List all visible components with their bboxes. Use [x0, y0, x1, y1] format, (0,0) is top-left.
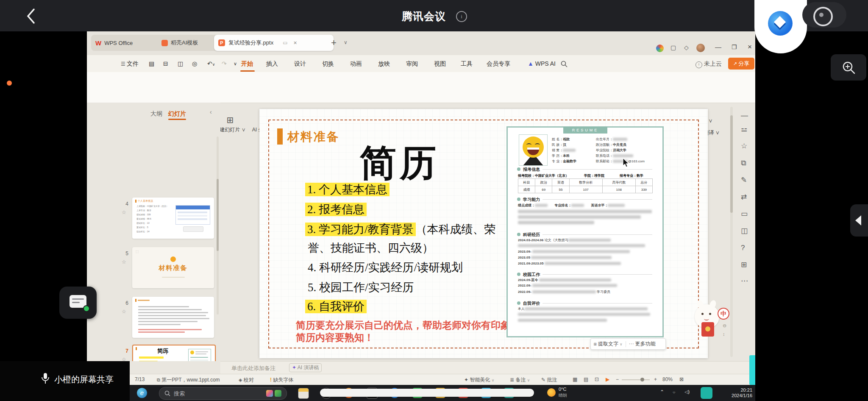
tray-meeting-app-icon[interactable]	[701, 387, 712, 399]
user-avatar[interactable]	[696, 44, 705, 52]
save-icon[interactable]: ▤	[149, 59, 154, 68]
minimize-icon[interactable]: —	[715, 43, 721, 50]
zoom-in-icon[interactable]: +	[654, 376, 657, 382]
canvas-scrollbar[interactable]	[730, 107, 733, 357]
tray-clock[interactable]: 20:21 2024/1/16	[718, 387, 752, 398]
share-button[interactable]: ↗ 分享	[728, 58, 754, 70]
undo-icon[interactable]: ↶∨	[207, 59, 215, 68]
back-icon[interactable]	[25, 8, 37, 25]
strip-edit-icon[interactable]: ✎	[741, 176, 747, 184]
list-item-3-wrap[interactable]: 誉、技能证书、四六级）	[308, 240, 434, 256]
more-functions-button[interactable]: ⋯ 更多功能	[626, 340, 659, 348]
list-item-3[interactable]: 3. 学习能力/教育背景（本科成绩、荣	[305, 222, 496, 237]
menu-animation[interactable]: 动画	[350, 59, 362, 68]
strip-swap-icon[interactable]: ⇄	[741, 193, 747, 200]
ai-speech-chip[interactable]: ✦ AI 演讲稿	[289, 363, 322, 372]
strip-columns-icon[interactable]: ◫	[741, 227, 748, 234]
tab-outline[interactable]: 大纲	[150, 110, 162, 118]
sorter-view-icon[interactable]: ▤	[584, 376, 588, 382]
file-explorer-icon[interactable]	[298, 388, 309, 399]
menu-wps-ai[interactable]: ▲ WPS AI	[528, 59, 556, 68]
popout-icon[interactable]: ▭	[283, 40, 287, 46]
zoom-button[interactable]	[831, 54, 866, 81]
menu-transition[interactable]: 切换	[322, 59, 334, 68]
menu-home[interactable]: 开始	[241, 59, 253, 68]
fit-window-icon[interactable]: ⊠	[679, 376, 684, 382]
strip-scroll-top-icon[interactable]: —	[741, 112, 748, 119]
list-item-2[interactable]: 2. 报考信息	[305, 202, 367, 217]
notes-placeholder[interactable]: 单击此处添加备注	[231, 365, 275, 372]
menu-slideshow[interactable]: 放映	[378, 59, 390, 68]
menu-member[interactable]: 会员专享	[487, 59, 510, 68]
comment-button[interactable]: ✎ 批注	[541, 376, 557, 384]
zoom-slider[interactable]	[622, 379, 650, 380]
resume-image[interactable]: RESUME 姓 名：程政 民 族：汉 籍 贯： 学 历：本科 专 业：金融数学…	[506, 126, 664, 337]
template-source[interactable]: ⧉ 第一PPT，www.1ppt.com	[157, 376, 220, 384]
qat-caret-icon[interactable]: ∨	[234, 59, 237, 68]
side-toolbar-peek[interactable]	[749, 355, 755, 385]
new-tab-button[interactable]: +	[331, 37, 337, 48]
tab-docer-ai[interactable]: 稻壳AI模板	[157, 35, 220, 51]
info-icon[interactable]: i	[456, 11, 467, 22]
docer-box-icon[interactable]: ◇	[684, 44, 689, 51]
menu-review[interactable]: 审阅	[406, 59, 418, 68]
favorite-star-icon[interactable]: ☆	[122, 209, 126, 215]
proofread-button[interactable]: ◈ 校对	[239, 376, 254, 384]
menu-design[interactable]: 设计	[294, 59, 306, 68]
redo-icon[interactable]: ↷	[222, 59, 227, 68]
list-item-1[interactable]: 1. 个人基本信息	[305, 182, 389, 197]
app-logo-bubble[interactable]	[754, 0, 807, 53]
menu-view[interactable]: 视图	[434, 59, 446, 68]
cloud-status[interactable]: ↑ 未上云	[696, 59, 722, 68]
caption-button[interactable]	[59, 287, 97, 319]
strip-layout-icon[interactable]: ▭	[741, 210, 748, 217]
add-slide-button[interactable]: +	[164, 348, 169, 357]
zoom-out-icon[interactable]: −	[616, 376, 619, 382]
slide-thumbnail-7-current[interactable]: 简历	[132, 345, 216, 361]
slide-thumbnail-5[interactable]: ⬚ 材料准备	[132, 247, 214, 288]
list-item-6[interactable]: 6. 自我评价	[305, 299, 367, 314]
slide-note-line2[interactable]: 简历内容要熟知！	[296, 331, 374, 344]
strip-comment-icon[interactable]: ⊞	[741, 261, 747, 268]
strip-more-icon[interactable]: ⋯	[741, 277, 748, 284]
slide-thumbnail-4[interactable]: 个人基本情况 上岸院校：中国矿业大学（北京） 上岸专业：数学 初试成绩：339 …	[132, 198, 214, 239]
strip-properties-icon[interactable]: ⚍	[741, 125, 747, 133]
menu-insert[interactable]: 插入	[266, 59, 278, 68]
panel-collapse-tab[interactable]	[850, 204, 868, 237]
slide-note-line1[interactable]: 简历要充分展示自己的优点，帮助老师对你有印象。	[296, 319, 520, 332]
normal-view-icon[interactable]: ▦	[573, 376, 577, 382]
tray-network-icon[interactable]: ⌔	[673, 389, 676, 395]
tab-slides[interactable]: 幻灯片	[168, 110, 186, 118]
record-icon[interactable]	[813, 7, 833, 26]
strip-copy-icon[interactable]: ⧉	[741, 159, 746, 167]
favorite-star-icon[interactable]: ☆	[122, 356, 126, 361]
skin-icon[interactable]	[656, 45, 664, 52]
taskbar-search[interactable]: 搜索	[159, 387, 287, 400]
collapse-panel-icon[interactable]: ‹	[210, 109, 212, 115]
read-view-icon[interactable]: ⊡	[595, 376, 599, 382]
window-widget-icon[interactable]: ▢	[670, 44, 676, 51]
slide-title[interactable]: 简历	[330, 139, 470, 188]
print-icon[interactable]: ◫	[178, 59, 183, 68]
close-tab-icon[interactable]: ×	[294, 39, 297, 46]
extract-text-button[interactable]: ⧈ 提取文字 ∨	[591, 340, 626, 348]
tab-document[interactable]: P 复试经验分享.pptx ▭ ×	[214, 35, 334, 51]
favorite-star-icon[interactable]: ☆	[122, 309, 126, 315]
preview-icon[interactable]: ◎	[192, 59, 197, 68]
missing-font-warning[interactable]: ! 缺失字体	[270, 376, 293, 384]
tray-caret-icon[interactable]: ⌃	[660, 389, 664, 395]
sticker-grip-icon[interactable]: ↕	[723, 331, 725, 337]
notes-toggle-button[interactable]: ≣ 备注 ∨	[510, 376, 530, 384]
slide-canvas[interactable]: 材料准备 简历 1. 个人基本信息 2. 报考信息 3. 学习能力/教育背景（本…	[259, 109, 708, 358]
zoom-percent[interactable]: 80%	[662, 376, 673, 382]
smart-beautify-button[interactable]: ✦ 智能美化 ∨	[464, 376, 494, 384]
panel-scrollbar[interactable]	[217, 136, 219, 315]
menu-file[interactable]: ☰ 文件	[121, 59, 139, 68]
sticker-handle-icon[interactable]: ⊖	[723, 323, 726, 329]
tab-wps-office[interactable]: W WPS Office	[91, 35, 162, 51]
play-slideshow-icon[interactable]: ▶	[606, 376, 609, 382]
edge-icon[interactable]: e	[137, 388, 147, 398]
weather-widget[interactable]: 0°C 晴朗	[547, 387, 585, 399]
video-progress-pill[interactable]	[320, 389, 534, 397]
favorite-star-icon[interactable]: ☆	[122, 259, 126, 265]
